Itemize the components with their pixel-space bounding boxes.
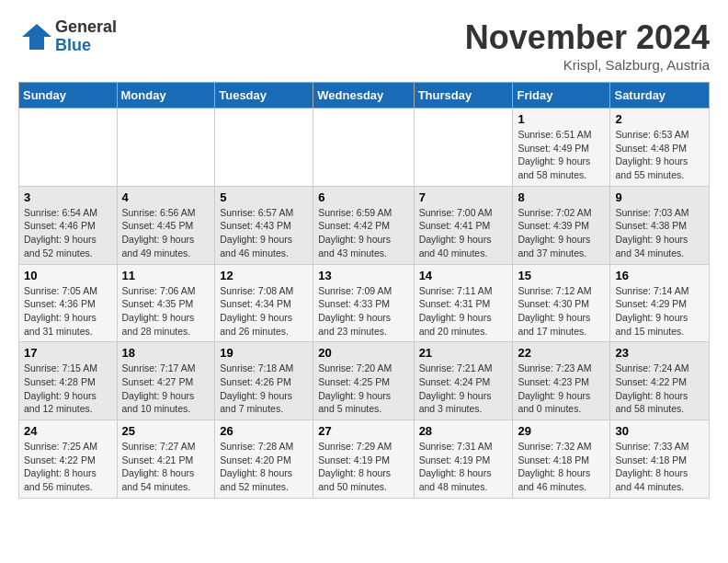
day-number: 30: [615, 424, 704, 438]
day-number: 11: [122, 269, 210, 282]
calendar-day-cell: 3Sunrise: 6:54 AM Sunset: 4:46 PM Daylig…: [19, 186, 118, 264]
calendar-table: SundayMondayTuesdayWednesdayThursdayFrid…: [18, 82, 710, 499]
day-number: 15: [518, 269, 605, 282]
calendar-day-cell: 26Sunrise: 7:28 AM Sunset: 4:20 PM Dayli…: [215, 420, 313, 499]
calendar-day-cell: 11Sunrise: 7:06 AM Sunset: 4:35 PM Dayli…: [117, 264, 215, 342]
calendar-week-row: 10Sunrise: 7:05 AM Sunset: 4:36 PM Dayli…: [19, 264, 710, 342]
day-detail: Sunrise: 7:32 AM Sunset: 4:18 PM Dayligh…: [518, 440, 605, 494]
day-detail: Sunrise: 6:53 AM Sunset: 4:48 PM Dayligh…: [615, 128, 704, 182]
calendar-day-cell: 2Sunrise: 6:53 AM Sunset: 4:48 PM Daylig…: [610, 109, 710, 187]
calendar-week-row: 17Sunrise: 7:15 AM Sunset: 4:28 PM Dayli…: [19, 342, 710, 420]
calendar-day-cell: 17Sunrise: 7:15 AM Sunset: 4:28 PM Dayli…: [19, 342, 118, 420]
location-subtitle: Krispl, Salzburg, Austria: [465, 57, 710, 73]
day-number: 1: [518, 112, 605, 126]
day-number: 13: [318, 269, 408, 282]
calendar-day-cell: [313, 109, 414, 187]
day-detail: Sunrise: 6:54 AM Sunset: 4:46 PM Dayligh…: [24, 206, 112, 260]
day-detail: Sunrise: 6:57 AM Sunset: 4:43 PM Dayligh…: [220, 206, 308, 260]
day-detail: Sunrise: 7:03 AM Sunset: 4:38 PM Dayligh…: [615, 206, 704, 260]
day-detail: Sunrise: 7:23 AM Sunset: 4:23 PM Dayligh…: [518, 362, 605, 416]
logo-blue-text: Blue: [55, 37, 117, 55]
calendar-day-cell: 5Sunrise: 6:57 AM Sunset: 4:43 PM Daylig…: [215, 186, 313, 264]
column-header-saturday: Saturday: [610, 83, 710, 109]
calendar-day-cell: 6Sunrise: 6:59 AM Sunset: 4:42 PM Daylig…: [313, 186, 414, 264]
calendar-day-cell: [117, 109, 215, 187]
calendar-day-cell: 20Sunrise: 7:20 AM Sunset: 4:25 PM Dayli…: [313, 342, 414, 420]
calendar-body: 1Sunrise: 6:51 AM Sunset: 4:49 PM Daylig…: [19, 109, 710, 499]
day-number: 20: [318, 346, 408, 360]
day-detail: Sunrise: 7:31 AM Sunset: 4:19 PM Dayligh…: [419, 440, 508, 494]
calendar-day-cell: 1Sunrise: 6:51 AM Sunset: 4:49 PM Daylig…: [513, 109, 610, 187]
calendar-day-cell: 25Sunrise: 7:27 AM Sunset: 4:21 PM Dayli…: [117, 420, 215, 499]
day-detail: Sunrise: 7:29 AM Sunset: 4:19 PM Dayligh…: [318, 440, 408, 494]
column-header-thursday: Thursday: [414, 83, 513, 109]
day-detail: Sunrise: 7:17 AM Sunset: 4:27 PM Dayligh…: [122, 362, 210, 416]
day-number: 25: [122, 424, 210, 438]
day-number: 26: [220, 424, 308, 438]
calendar-day-cell: 19Sunrise: 7:18 AM Sunset: 4:26 PM Dayli…: [215, 342, 313, 420]
day-number: 28: [419, 424, 508, 438]
day-number: 10: [24, 269, 112, 282]
day-detail: Sunrise: 7:28 AM Sunset: 4:20 PM Dayligh…: [220, 440, 308, 494]
day-number: 4: [122, 190, 210, 204]
calendar-day-cell: 16Sunrise: 7:14 AM Sunset: 4:29 PM Dayli…: [610, 264, 710, 342]
calendar-day-cell: 10Sunrise: 7:05 AM Sunset: 4:36 PM Dayli…: [19, 264, 118, 342]
calendar-week-row: 3Sunrise: 6:54 AM Sunset: 4:46 PM Daylig…: [19, 186, 710, 264]
day-number: 12: [220, 269, 308, 282]
day-detail: Sunrise: 7:02 AM Sunset: 4:39 PM Dayligh…: [518, 206, 605, 260]
day-detail: Sunrise: 7:15 AM Sunset: 4:28 PM Dayligh…: [24, 362, 112, 416]
day-detail: Sunrise: 7:00 AM Sunset: 4:41 PM Dayligh…: [419, 206, 508, 260]
calendar-day-cell: 29Sunrise: 7:32 AM Sunset: 4:18 PM Dayli…: [513, 420, 610, 499]
column-header-tuesday: Tuesday: [215, 83, 313, 109]
calendar-day-cell: 22Sunrise: 7:23 AM Sunset: 4:23 PM Dayli…: [513, 342, 610, 420]
logo-icon: [18, 20, 51, 53]
calendar-header-row: SundayMondayTuesdayWednesdayThursdayFrid…: [19, 83, 710, 109]
day-number: 14: [419, 269, 508, 282]
calendar-day-cell: [215, 109, 313, 187]
page-header: General Blue November 2024 Krispl, Salzb…: [18, 18, 710, 73]
day-number: 9: [615, 190, 704, 204]
calendar-day-cell: 27Sunrise: 7:29 AM Sunset: 4:19 PM Dayli…: [313, 420, 414, 499]
column-header-friday: Friday: [513, 83, 610, 109]
day-number: 22: [518, 346, 605, 360]
day-detail: Sunrise: 7:24 AM Sunset: 4:22 PM Dayligh…: [615, 362, 704, 416]
calendar-day-cell: 12Sunrise: 7:08 AM Sunset: 4:34 PM Dayli…: [215, 264, 313, 342]
calendar-day-cell: 9Sunrise: 7:03 AM Sunset: 4:38 PM Daylig…: [610, 186, 710, 264]
day-detail: Sunrise: 7:12 AM Sunset: 4:30 PM Dayligh…: [518, 284, 605, 339]
column-header-sunday: Sunday: [19, 83, 118, 109]
calendar-day-cell: 28Sunrise: 7:31 AM Sunset: 4:19 PM Dayli…: [414, 420, 513, 499]
logo-general-text: General: [55, 18, 117, 37]
day-number: 16: [615, 269, 704, 282]
day-detail: Sunrise: 7:25 AM Sunset: 4:22 PM Dayligh…: [24, 440, 112, 494]
calendar-day-cell: 4Sunrise: 6:56 AM Sunset: 4:45 PM Daylig…: [117, 186, 215, 264]
day-detail: Sunrise: 7:05 AM Sunset: 4:36 PM Dayligh…: [24, 284, 112, 339]
calendar-day-cell: 30Sunrise: 7:33 AM Sunset: 4:18 PM Dayli…: [610, 420, 710, 499]
calendar-day-cell: [414, 109, 513, 187]
month-title: November 2024: [465, 18, 710, 57]
day-number: 27: [318, 424, 408, 438]
title-area: November 2024 Krispl, Salzburg, Austria: [465, 18, 710, 73]
day-number: 19: [220, 346, 308, 360]
day-detail: Sunrise: 7:06 AM Sunset: 4:35 PM Dayligh…: [122, 284, 210, 339]
calendar-day-cell: [19, 109, 118, 187]
day-detail: Sunrise: 7:08 AM Sunset: 4:34 PM Dayligh…: [220, 284, 308, 339]
calendar-day-cell: 24Sunrise: 7:25 AM Sunset: 4:22 PM Dayli…: [19, 420, 118, 499]
day-number: 17: [24, 346, 112, 360]
day-detail: Sunrise: 6:51 AM Sunset: 4:49 PM Dayligh…: [518, 128, 605, 182]
calendar-week-row: 1Sunrise: 6:51 AM Sunset: 4:49 PM Daylig…: [19, 109, 710, 187]
column-header-wednesday: Wednesday: [313, 83, 414, 109]
calendar-day-cell: 15Sunrise: 7:12 AM Sunset: 4:30 PM Dayli…: [513, 264, 610, 342]
calendar-day-cell: 13Sunrise: 7:09 AM Sunset: 4:33 PM Dayli…: [313, 264, 414, 342]
day-detail: Sunrise: 7:14 AM Sunset: 4:29 PM Dayligh…: [615, 284, 704, 339]
day-number: 6: [318, 190, 408, 204]
day-detail: Sunrise: 7:09 AM Sunset: 4:33 PM Dayligh…: [318, 284, 408, 339]
calendar-day-cell: 18Sunrise: 7:17 AM Sunset: 4:27 PM Dayli…: [117, 342, 215, 420]
day-number: 29: [518, 424, 605, 438]
day-number: 8: [518, 190, 605, 204]
day-number: 18: [122, 346, 210, 360]
day-detail: Sunrise: 7:20 AM Sunset: 4:25 PM Dayligh…: [318, 362, 408, 416]
column-header-monday: Monday: [117, 83, 215, 109]
day-number: 21: [419, 346, 508, 360]
day-number: 23: [615, 346, 704, 360]
day-number: 7: [419, 190, 508, 204]
